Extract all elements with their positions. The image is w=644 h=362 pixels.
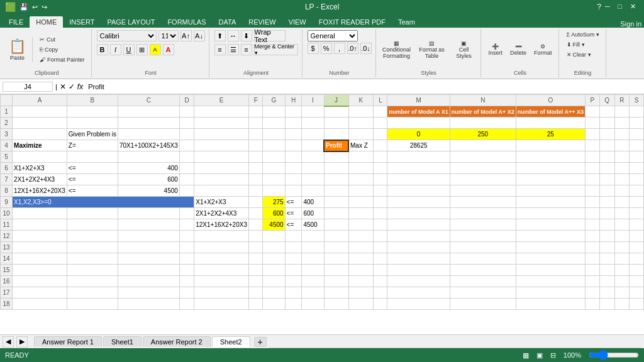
cell-r2[interactable] <box>614 118 629 129</box>
cell-o1[interactable]: number of Model A++ X3 <box>516 106 585 118</box>
cell-i4[interactable] <box>302 140 324 151</box>
tab-foxit[interactable]: FOXIT READER PDF <box>313 16 392 28</box>
cell-d3[interactable] <box>179 129 194 140</box>
cell-c6[interactable]: 400 <box>118 163 179 174</box>
cell-m11[interactable] <box>387 219 450 231</box>
cell-b7[interactable]: <= <box>67 174 118 185</box>
add-sheet-btn[interactable]: + <box>254 337 267 347</box>
comma-btn[interactable]: , <box>334 43 345 54</box>
cell-c2[interactable] <box>118 118 179 129</box>
cell-n1[interactable]: number of Model A+ X2 <box>450 106 516 118</box>
conditional-formatting-btn[interactable]: ▦ Conditional Formatting <box>381 39 413 60</box>
underline-btn[interactable]: U <box>123 44 135 55</box>
cell-g1[interactable] <box>263 106 285 118</box>
cell-i1[interactable] <box>302 106 324 118</box>
cell-q11[interactable] <box>599 219 614 231</box>
cell-h3[interactable] <box>285 129 302 140</box>
tab-sheet1[interactable]: Sheet1 <box>103 336 142 347</box>
cell-m8[interactable] <box>387 185 450 197</box>
cell-j7[interactable] <box>324 174 348 185</box>
cell-s3[interactable] <box>629 129 643 140</box>
cell-p10[interactable] <box>585 208 599 219</box>
cell-e8[interactable] <box>194 185 249 197</box>
cell-a15[interactable] <box>13 265 67 276</box>
tab-view[interactable]: VIEW <box>282 16 313 28</box>
cell-k1[interactable] <box>348 106 374 118</box>
cell-d2[interactable] <box>179 118 194 129</box>
col-header-q[interactable]: Q <box>599 95 614 106</box>
cell-q8[interactable] <box>599 185 614 197</box>
cell-q9[interactable] <box>599 197 614 208</box>
cell-k8[interactable] <box>348 185 374 197</box>
cell-s10[interactable] <box>629 208 643 219</box>
cell-j2[interactable] <box>324 118 348 129</box>
cell-q10[interactable] <box>599 208 614 219</box>
cell-d4[interactable] <box>179 140 194 151</box>
tab-sheet2[interactable]: Sheet2 <box>212 336 250 347</box>
fill-color-btn[interactable]: A <box>150 44 161 55</box>
cell-g6[interactable] <box>263 163 285 174</box>
cell-l4[interactable] <box>374 140 387 151</box>
cell-l1[interactable] <box>374 106 387 118</box>
cell-m9[interactable] <box>387 197 450 208</box>
cell-a6[interactable]: X1+X2+X3 <box>13 163 67 174</box>
cell-d6[interactable] <box>179 163 194 174</box>
cell-m3[interactable]: 0 <box>387 129 450 140</box>
name-box[interactable] <box>3 82 53 92</box>
tab-home[interactable]: HOME <box>30 16 63 28</box>
cell-s5[interactable] <box>629 151 643 163</box>
number-format-select[interactable]: General <box>308 30 358 41</box>
cell-r11[interactable] <box>614 219 629 231</box>
cell-o3[interactable]: 25 <box>516 129 585 140</box>
cell-n6[interactable] <box>450 163 516 174</box>
cell-q1[interactable] <box>599 106 614 118</box>
col-header-m[interactable]: M <box>387 95 450 106</box>
tab-answer-report-2[interactable]: Answer Report 2 <box>143 336 211 347</box>
sheet-scroll-left-btn[interactable]: ◀ <box>3 336 14 348</box>
cell-s7[interactable] <box>629 174 643 185</box>
cell-e6[interactable] <box>194 163 249 174</box>
cell-h4[interactable] <box>285 140 302 151</box>
cell-r1[interactable] <box>614 106 629 118</box>
cell-o9[interactable] <box>516 197 585 208</box>
cell-o2[interactable] <box>516 118 585 129</box>
cell-h2[interactable] <box>285 118 302 129</box>
cell-l7[interactable] <box>374 174 387 185</box>
cell-n5[interactable] <box>450 151 516 163</box>
cell-a2[interactable] <box>13 118 67 129</box>
cell-q3[interactable] <box>599 129 614 140</box>
cell-n3[interactable]: 250 <box>450 129 516 140</box>
insert-cells-btn[interactable]: ➕ Insert <box>486 42 506 57</box>
view-normal-btn[interactable]: ▦ <box>523 351 529 359</box>
cell-d11[interactable] <box>179 219 194 231</box>
cell-n9[interactable] <box>450 197 516 208</box>
cell-p6[interactable] <box>585 163 599 174</box>
cell-a3[interactable] <box>13 129 67 140</box>
cell-j11[interactable] <box>324 219 348 231</box>
cell-k5[interactable] <box>348 151 374 163</box>
cell-j5[interactable] <box>324 151 348 163</box>
col-header-n[interactable]: N <box>450 95 516 106</box>
cell-a7[interactable]: 2X1+2X2+4X3 <box>13 174 67 185</box>
tab-insert[interactable]: INSERT <box>63 16 101 28</box>
cell-e1[interactable] <box>194 106 249 118</box>
cell-f7[interactable] <box>248 174 262 185</box>
cell-l2[interactable] <box>374 118 387 129</box>
cell-b10[interactable] <box>67 208 118 219</box>
cell-n7[interactable] <box>450 174 516 185</box>
cell-k11[interactable] <box>348 219 374 231</box>
align-middle-btn[interactable]: ↔ <box>228 30 239 41</box>
cell-k9[interactable] <box>348 197 374 208</box>
cell-p2[interactable] <box>585 118 599 129</box>
tab-file[interactable]: FILE <box>3 16 30 28</box>
cell-h11[interactable]: <= <box>285 219 302 231</box>
cell-p1[interactable] <box>585 106 599 118</box>
cell-a12[interactable] <box>13 231 67 242</box>
cell-a13[interactable] <box>13 242 67 253</box>
cell-p8[interactable] <box>585 185 599 197</box>
cell-f4[interactable] <box>248 140 262 151</box>
cell-n10[interactable] <box>450 208 516 219</box>
cell-b5[interactable] <box>67 151 118 163</box>
decrease-decimal-btn[interactable]: .0↓ <box>360 43 372 54</box>
cell-g2[interactable] <box>263 118 285 129</box>
